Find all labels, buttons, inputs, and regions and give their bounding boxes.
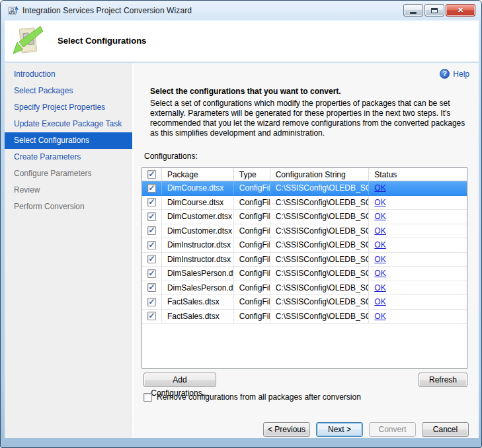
config-row[interactable]: DimInstructor.dtsxConfigFileC:\SSISConfi… bbox=[142, 238, 467, 253]
row-checkbox[interactable] bbox=[147, 312, 156, 320]
row-checkbox[interactable] bbox=[147, 241, 156, 249]
config-table-body: DimCourse.dtsxConfigFileC:\SSISConfig\OL… bbox=[142, 181, 467, 324]
package-cell: DimSalesPerson.dtsx bbox=[162, 281, 234, 295]
config-row[interactable]: DimCustomer.dtsxConfigFileC:\SSISConfig\… bbox=[142, 210, 467, 224]
sidebar-item-introduction[interactable]: Introduction bbox=[5, 66, 132, 83]
package-cell: DimSalesPerson.dtsx bbox=[162, 267, 234, 281]
remove-configurations-option: Remove configurations from all packages … bbox=[143, 392, 361, 402]
table-header-row: PackageTypeConfiguration StringStatus bbox=[142, 168, 467, 181]
configuration-string-cell: C:\SSISConfig\OLEDB_SQ... bbox=[270, 295, 370, 309]
configurations-table: PackageTypeConfiguration StringStatus Di… bbox=[141, 167, 467, 369]
close-button[interactable]: ✕ bbox=[446, 4, 475, 17]
status-cell: OK bbox=[369, 267, 467, 281]
status-link[interactable]: OK bbox=[374, 198, 385, 207]
configuration-string-cell: C:\SSISConfig\OLEDB_SQ... bbox=[270, 310, 370, 324]
package-cell: DimCustomer.dtsx bbox=[162, 210, 234, 224]
configurations-label: Configurations: bbox=[144, 152, 198, 161]
status-cell: OK bbox=[369, 295, 467, 309]
sidebar-item-perform-conversion: Perform Conversion bbox=[5, 199, 132, 215]
remove-configurations-label: Remove configurations from all packages … bbox=[157, 392, 361, 402]
status-link[interactable]: OK bbox=[374, 240, 385, 249]
config-table-header: PackageTypeConfiguration StringStatus bbox=[142, 168, 467, 181]
row-checkbox[interactable] bbox=[147, 226, 156, 235]
status-link[interactable]: OK bbox=[374, 269, 385, 278]
footer-buttons: < Previous Next > Convert Cancel bbox=[263, 422, 469, 437]
sidebar-item-select-packages[interactable]: Select Packages bbox=[5, 83, 132, 99]
wizard-window: Integration Services Project Conversion … bbox=[0, 0, 482, 448]
type-cell: ConfigFile bbox=[234, 224, 270, 238]
status-link[interactable]: OK bbox=[374, 297, 385, 306]
row-checkbox[interactable] bbox=[147, 198, 156, 206]
maximize-button[interactable] bbox=[424, 4, 444, 17]
type-cell: ConfigFile bbox=[234, 196, 270, 210]
status-link[interactable]: OK bbox=[374, 183, 385, 193]
sidebar-item-update-execute-package-task[interactable]: Update Execute Package Task bbox=[5, 116, 132, 132]
status-link[interactable]: OK bbox=[374, 255, 385, 264]
package-cell: DimInstructor.dtsx bbox=[162, 238, 234, 252]
type-cell: ConfigFile bbox=[234, 310, 270, 324]
status-cell: OK bbox=[369, 196, 467, 210]
config-row[interactable]: DimCustomer.dtsxConfigFileC:\SSISConfig\… bbox=[142, 224, 467, 239]
status-link[interactable]: OK bbox=[374, 283, 385, 292]
status-link[interactable]: OK bbox=[374, 212, 385, 221]
configuration-string-cell: C:\SSISConfig\OLEDB_SQ... bbox=[270, 267, 370, 281]
configuration-string-cell: C:\SSISConfig\OLEDB_SQ... bbox=[270, 181, 370, 195]
config-row[interactable]: DimSalesPerson.dtsxConfigFileC:\SSISConf… bbox=[142, 267, 467, 281]
config-row[interactable]: DimInstructor.dtsxConfigFileC:\SSISConfi… bbox=[142, 253, 467, 267]
config-row[interactable]: FactSales.dtsxConfigFileC:\SSISConfig\OL… bbox=[142, 310, 467, 324]
row-checkbox[interactable] bbox=[147, 269, 156, 278]
column-header-package[interactable]: Package bbox=[162, 168, 234, 181]
sidebar-item-configure-parameters: Configure Parameters bbox=[5, 165, 132, 182]
status-link[interactable]: OK bbox=[374, 226, 385, 236]
help-link[interactable]: ? Help bbox=[440, 69, 469, 79]
next-button[interactable]: Next > bbox=[316, 422, 363, 437]
configuration-string-cell: C:\SSISConfig\OLEDB_SQ... bbox=[270, 281, 370, 295]
add-configurations-button[interactable]: Add Configurations... bbox=[143, 373, 216, 387]
sidebar-item-select-configurations[interactable]: Select Configurations bbox=[5, 132, 132, 149]
sidebar-item-specify-project-properties[interactable]: Specify Project Properties bbox=[5, 99, 132, 116]
configuration-string-cell: C:\SSISConfig\OLEDB_SQ... bbox=[270, 210, 370, 224]
type-cell: ConfigFile bbox=[234, 238, 270, 252]
refresh-button[interactable]: Refresh bbox=[419, 373, 467, 387]
configuration-string-cell: C:\SSISConfig\OLEDB_SQ... bbox=[270, 224, 370, 238]
column-header-configuration-string[interactable]: Configuration String bbox=[270, 168, 370, 181]
titlebar[interactable]: Integration Services Project Conversion … bbox=[1, 1, 481, 21]
row-checkbox[interactable] bbox=[147, 298, 156, 306]
config-row[interactable]: DimCourse.dtsxConfigFileC:\SSISConfig\OL… bbox=[142, 181, 467, 196]
row-checkbox[interactable] bbox=[147, 184, 156, 193]
close-icon: ✕ bbox=[458, 7, 463, 14]
config-row[interactable]: FactSales.dtsxConfigFileC:\SSISConfig\OL… bbox=[142, 295, 467, 310]
help-icon: ? bbox=[440, 69, 450, 79]
column-header-status[interactable]: Status bbox=[369, 168, 467, 181]
minimize-icon bbox=[410, 12, 417, 14]
sidebar-item-create-parameters[interactable]: Create Parameters bbox=[5, 149, 132, 165]
column-header-type[interactable]: Type bbox=[234, 168, 270, 181]
row-checkbox[interactable] bbox=[147, 212, 156, 221]
type-cell: ConfigFile bbox=[234, 181, 270, 195]
status-cell: OK bbox=[369, 310, 467, 324]
window-title: Integration Services Project Conversion … bbox=[22, 6, 192, 15]
configuration-string-cell: C:\SSISConfig\OLEDB_SQ... bbox=[270, 238, 370, 252]
content-panel: ? Help Select the configurations that yo… bbox=[134, 63, 479, 438]
remove-configurations-checkbox[interactable] bbox=[143, 393, 152, 402]
status-cell: OK bbox=[369, 238, 467, 252]
app-icon bbox=[8, 5, 19, 16]
row-checkbox[interactable] bbox=[147, 283, 156, 292]
minimize-button[interactable] bbox=[403, 4, 423, 17]
page-title: Select Configurations bbox=[58, 36, 146, 46]
status-cell: OK bbox=[369, 210, 467, 224]
type-cell: ConfigFile bbox=[234, 267, 270, 281]
config-row[interactable]: DimSalesPerson.dtsxConfigFileC:\SSISConf… bbox=[142, 281, 467, 296]
package-cell: DimCourse.dtsx bbox=[162, 181, 234, 195]
status-cell: OK bbox=[369, 253, 467, 267]
maximize-icon bbox=[431, 8, 438, 13]
config-row[interactable]: DimCourse.dtsxConfigFileC:\SSISConfig\OL… bbox=[142, 196, 467, 210]
row-checkbox[interactable] bbox=[147, 255, 156, 263]
select-all-checkbox[interactable] bbox=[147, 170, 156, 179]
convert-button: Convert bbox=[369, 422, 416, 437]
help-label: Help bbox=[453, 69, 469, 79]
status-link[interactable]: OK bbox=[374, 312, 385, 321]
status-cell: OK bbox=[369, 224, 467, 238]
cancel-button[interactable]: Cancel bbox=[422, 422, 469, 437]
previous-button[interactable]: < Previous bbox=[263, 422, 310, 437]
